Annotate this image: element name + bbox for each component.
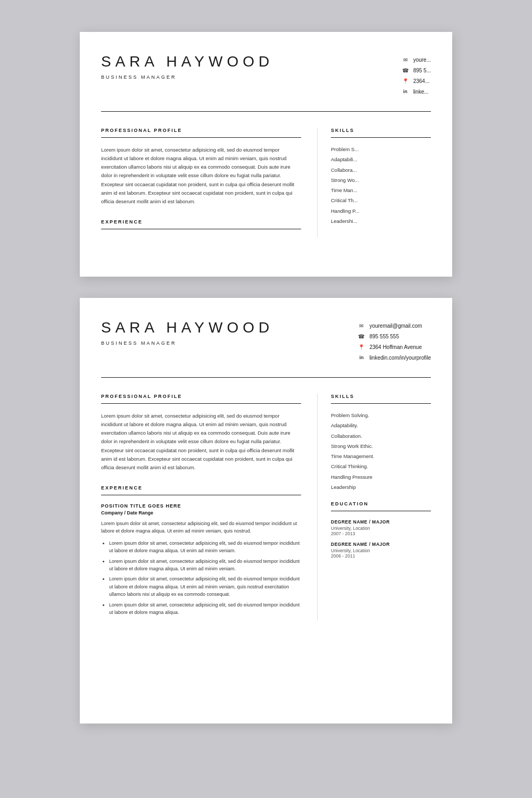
body-left-partial: PROFESSIONAL PROFILE Lorem ipsum dolor s… — [101, 128, 301, 237]
email-value-full: youremail@gmail.com — [369, 323, 422, 329]
skill-item: Adaptabili... — [331, 156, 431, 163]
linkedin-value-partial: linke... — [413, 89, 429, 95]
contact-address-full: 📍 2364 Hoffman Avenue — [358, 343, 422, 351]
contact-phone-partial: ☎ 895 5... — [402, 66, 431, 74]
profile-text-partial: Lorem ipsum dolor sit amet, consectetur … — [101, 146, 301, 206]
exp-description: Lorem ipsum dolor sit amet, consectetur … — [101, 520, 301, 535]
skill-6: Critical Thinking. — [331, 463, 431, 470]
skill-item: Time Man... — [331, 187, 431, 194]
degree-2-uni: University, Location — [331, 548, 370, 553]
resume-page-full: SARA HAYWOOD BUSINESS MANAGER ✉ youremai… — [80, 298, 452, 724]
profile-title-partial: PROFESSIONAL PROFILE — [101, 128, 301, 133]
address-value-full: 2364 Hoffman Avenue — [369, 344, 422, 350]
experience-title-partial: EXPERIENCE — [101, 219, 301, 225]
skills-list-partial: Problem S... Adaptabili... Collabora... … — [331, 146, 431, 225]
skill-item: Collabora... — [331, 167, 431, 173]
exp-bullet-2: Lorem ipsum dolor sit amet, consectetur … — [109, 558, 301, 573]
exp-bullets-list: Lorem ipsum dolor sit amet, consectetur … — [101, 539, 301, 617]
contact-linkedin-full: in linkedin.com/in/yourprofile — [358, 354, 431, 361]
email-value-partial: youre... — [413, 57, 431, 63]
skill-item: Strong Wo... — [331, 177, 431, 184]
experience-divider-partial — [101, 229, 301, 229]
skills-title-partial: SKILLS — [331, 128, 431, 133]
degree-2: DEGREE NAME / MAJOR University, Location… — [331, 542, 431, 559]
degree-2-detail: University, Location 2006 - 2011 — [331, 548, 431, 559]
header-right-partial: ✉ youre... ☎ 895 5... 📍 2364... in linke… — [402, 53, 431, 95]
address-value-partial: 2364... — [413, 78, 430, 84]
resume-name-partial: SARA HAYWOOD — [101, 53, 402, 70]
linkedin-icon-full: in — [358, 354, 365, 361]
resume-header-partial: SARA HAYWOOD BUSINESS MANAGER ✉ youre...… — [80, 32, 452, 111]
exp-company: Company / Date Range — [101, 510, 301, 516]
degree-1-years: 2007 - 2013 — [331, 531, 355, 536]
contact-email-full: ✉ youremail@gmail.com — [358, 322, 422, 329]
exp-bullet-4: Lorem ipsum dolor sit amet, consectetur … — [109, 601, 301, 617]
location-icon-full: 📍 — [358, 343, 365, 351]
resume-body-full: PROFESSIONAL PROFILE Lorem ipsum dolor s… — [80, 378, 452, 636]
exp-bullet-3: Lorem ipsum dolor sit amet, consectetur … — [109, 575, 301, 598]
phone-value-partial: 895 5... — [413, 68, 431, 73]
phone-value-full: 895 555 555 — [369, 334, 399, 339]
phone-icon-partial: ☎ — [402, 66, 409, 74]
experience-title-full: EXPERIENCE — [101, 485, 301, 491]
email-icon-full: ✉ — [358, 322, 365, 329]
body-left-full: PROFESSIONAL PROFILE Lorem ipsum dolor s… — [101, 394, 301, 620]
header-right-full: ✉ youremail@gmail.com ☎ 895 555 555 📍 23… — [358, 319, 431, 361]
skills-divider-full — [331, 403, 431, 404]
header-left-partial: SARA HAYWOOD BUSINESS MANAGER — [101, 53, 402, 80]
resume-body-partial: PROFESSIONAL PROFILE Lorem ipsum dolor s… — [80, 112, 452, 253]
contact-email-partial: ✉ youre... — [402, 56, 431, 63]
degree-2-name: DEGREE NAME / MAJOR — [331, 542, 431, 547]
phone-icon-full: ☎ — [358, 332, 365, 340]
skill-item: Problem S... — [331, 146, 431, 153]
exp-bullet-1: Lorem ipsum dolor sit amet, consectetur … — [109, 539, 301, 555]
skill-7: Handling Pressure — [331, 473, 431, 480]
resume-header-full: SARA HAYWOOD BUSINESS MANAGER ✉ youremai… — [80, 298, 452, 377]
skill-item: Critical Th... — [331, 197, 431, 204]
contact-phone-full: ☎ 895 555 555 — [358, 332, 399, 340]
skill-8: Leadership — [331, 484, 431, 491]
education-divider — [331, 511, 431, 511]
experience-section-full: EXPERIENCE POSITION TITLE GOES HERE Comp… — [101, 485, 301, 616]
email-icon-partial: ✉ — [402, 56, 409, 63]
body-right-partial: SKILLS Problem S... Adaptabili... Collab… — [317, 128, 431, 237]
experience-section-partial: EXPERIENCE — [101, 219, 301, 229]
skills-divider-partial — [331, 137, 431, 138]
header-left-full: SARA HAYWOOD BUSINESS MANAGER — [101, 319, 358, 346]
resume-name-full: SARA HAYWOOD — [101, 319, 358, 336]
linkedin-value-full: linkedin.com/in/yourprofile — [369, 355, 431, 361]
degree-1-name: DEGREE NAME / MAJOR — [331, 519, 431, 525]
profile-title-full: PROFESSIONAL PROFILE — [101, 394, 301, 399]
experience-position: POSITION TITLE GOES HERE Company / Date … — [101, 503, 301, 616]
location-icon-partial: 📍 — [402, 77, 409, 85]
degree-1: DEGREE NAME / MAJOR University, Location… — [331, 519, 431, 536]
degree-1-uni: University, Location — [331, 526, 370, 531]
exp-position-title: POSITION TITLE GOES HERE — [101, 503, 301, 509]
skill-2: Adaptability. — [331, 422, 431, 429]
resume-jobtitle-full: BUSINESS MANAGER — [101, 340, 358, 346]
profile-divider-full — [101, 403, 301, 404]
degree-2-years: 2006 - 2011 — [331, 553, 355, 559]
skill-1: Problem Solving. — [331, 412, 431, 419]
education-title: EDUCATION — [331, 501, 431, 506]
skills-list-full: Problem Solving. Adaptability. Collabora… — [331, 412, 431, 491]
contact-address-partial: 📍 2364... — [402, 77, 430, 85]
profile-text-full: Lorem ipsum dolor sit amet, consectetur … — [101, 412, 301, 472]
body-right-full: SKILLS Problem Solving. Adaptability. Co… — [317, 394, 431, 620]
education-section: EDUCATION DEGREE NAME / MAJOR University… — [331, 501, 431, 559]
contact-linkedin-partial: in linke... — [402, 88, 429, 95]
skill-5: Time Management. — [331, 453, 431, 460]
degree-1-detail: University, Location 2007 - 2013 — [331, 526, 431, 536]
skills-title-full: SKILLS — [331, 394, 431, 399]
skill-item: Leadershi... — [331, 218, 431, 225]
resume-page-partial: SARA HAYWOOD BUSINESS MANAGER ✉ youre...… — [80, 32, 452, 277]
skill-item: Handling P... — [331, 207, 431, 214]
skill-4: Strong Work Ethic. — [331, 443, 431, 450]
linkedin-icon-partial: in — [402, 88, 409, 95]
resume-jobtitle-partial: BUSINESS MANAGER — [101, 74, 402, 80]
profile-divider-partial — [101, 137, 301, 138]
experience-divider-full — [101, 495, 301, 495]
skill-3: Collaboration. — [331, 433, 431, 439]
